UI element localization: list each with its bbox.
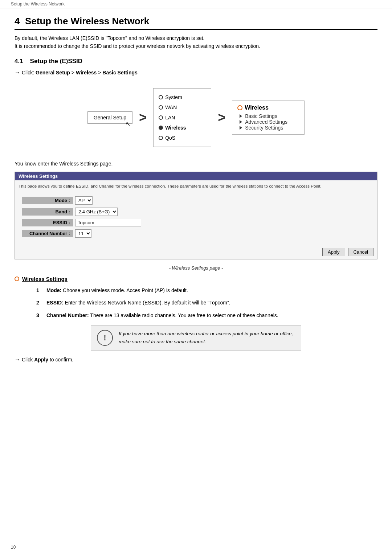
menu-wireless-label: Wireless — [165, 123, 186, 133]
section-label: 4.1 — [15, 58, 23, 65]
wireless-basic-settings[interactable]: Basic Settings — [240, 113, 299, 119]
list-item-3: 3 Channel Number: There are 13 available… — [36, 311, 377, 319]
section-4-1-title: 4.1 Setup the (E)SSID — [15, 58, 377, 65]
essid-row: ESSID : — [22, 219, 370, 226]
menu-qos-label: QoS — [165, 133, 175, 143]
tri-arrow-security — [240, 126, 242, 130]
band-label: Band : — [22, 208, 73, 216]
item-num-3: 3 — [36, 311, 43, 319]
header-text: Setup the Wireless Network — [11, 1, 65, 7]
radio-qos — [159, 136, 163, 140]
ws-radio-icon — [15, 277, 19, 281]
arrow-1: > — [139, 110, 147, 125]
radio-lan — [159, 115, 163, 120]
ws-section-heading: Wireless Settings — [15, 276, 377, 282]
channel-label: Channel Number : — [22, 230, 73, 237]
mode-select[interactable]: AP — [75, 196, 93, 205]
ws-panel-desc: This page allows you to define ESSID, an… — [15, 180, 377, 191]
wireless-security-settings[interactable]: Security Settings — [240, 125, 299, 131]
wireless-radio-icon — [237, 105, 242, 110]
menu-system-label: System — [165, 92, 182, 102]
wireless-submenu: Wireless Basic Settings Advanced Setting… — [232, 101, 305, 135]
menu-item-system: System — [159, 92, 206, 102]
menu-list: System WAN LAN Wireless QoS — [153, 88, 211, 147]
intro-line2: It is recommended to change the SSID and… — [15, 42, 377, 50]
item-text-2: ESSID: Enter the Wireless Network Name (… — [46, 299, 230, 307]
menu-item-wan: WAN — [159, 102, 206, 112]
tri-arrow-basic — [240, 114, 242, 118]
intro-text: By default, the Wireless LAN (E)SSID is … — [15, 34, 377, 50]
general-setup-box: General Setup ↖ — [87, 111, 132, 124]
page-header: Setup the Wireless Network — [0, 0, 392, 8]
ws-actions: Apply Cancel — [15, 246, 377, 259]
apply-button[interactable]: Apply — [322, 248, 345, 256]
advanced-settings-label: Advanced Settings — [245, 119, 287, 125]
click-confirm: → Click Apply to confirm. — [15, 356, 377, 363]
wireless-submenu-title: Wireless — [237, 105, 299, 111]
essid-label: ESSID : — [22, 219, 73, 226]
mode-row: Mode : AP — [22, 196, 370, 205]
item-num-2: 2 — [36, 299, 43, 307]
arrow-char: → — [15, 69, 20, 75]
chapter-number: 4 — [15, 16, 20, 26]
channel-row: Channel Number : 11 — [22, 229, 370, 238]
tri-arrow-advanced — [240, 120, 242, 124]
menu-wan-label: WAN — [165, 102, 177, 112]
item-text-3: Channel Number: There are 13 available r… — [46, 311, 278, 319]
ws-caption: - Wireless Settings page - — [15, 265, 377, 271]
mode-label: Mode : — [22, 197, 73, 204]
cursor-icon: ↖ — [126, 120, 130, 127]
cancel-button[interactable]: Cancel — [348, 248, 373, 256]
radio-wan — [159, 105, 163, 110]
intro-line1: By default, the Wireless LAN (E)SSID is … — [15, 34, 377, 42]
item-text-1: Mode: Choose you wireless mode. Acces Po… — [46, 286, 188, 294]
ws-panel-header: Wireless Settings — [15, 172, 377, 180]
arrow-2: > — [218, 110, 225, 125]
wireless-advanced-settings[interactable]: Advanced Settings — [240, 119, 299, 125]
you-know-text: You know enter the Wireless Settings pag… — [15, 161, 377, 167]
ws-form: Mode : AP Band : 2.4 GHz (B+G) ESSID : — [15, 193, 377, 246]
chapter-title-text: Setup the Wireless Network — [25, 16, 149, 26]
channel-select[interactable]: 11 — [75, 229, 91, 238]
wireless-title-text: Wireless — [245, 105, 269, 111]
section-title-text: Setup the (E)SSID — [30, 58, 83, 65]
menu-item-wireless[interactable]: Wireless — [159, 123, 206, 133]
ws-numbered-list: 1 Mode: Choose you wireless mode. Acces … — [15, 286, 377, 319]
list-item-1: 1 Mode: Choose you wireless mode. Acces … — [36, 286, 377, 294]
essid-input[interactable] — [75, 219, 141, 226]
chapter-title: 4 Setup the Wireless Network — [15, 16, 377, 30]
basic-settings-label: Basic Settings — [245, 113, 277, 119]
arrow-confirm: → — [15, 356, 20, 363]
note-text: If you have more than one wireless route… — [119, 330, 295, 345]
nav-diagram: General Setup ↖ > System WAN LAN Wireles… — [15, 83, 377, 152]
list-item-2: 2 ESSID: Enter the Wireless Network Name… — [36, 299, 377, 307]
main-content: 4 Setup the Wireless Network By default,… — [0, 8, 392, 377]
ws-section-title-text: Wireless Settings — [22, 276, 68, 282]
wireless-settings-panel: Wireless Settings This page allows you t… — [15, 172, 377, 259]
security-settings-label: Security Settings — [245, 125, 283, 131]
item-num-1: 1 — [36, 286, 43, 294]
menu-lan-label: LAN — [165, 112, 175, 123]
menu-item-lan: LAN — [159, 112, 206, 123]
note-box: ! If you have more than one wireless rou… — [91, 325, 301, 351]
radio-system — [159, 95, 163, 99]
radio-wireless — [159, 126, 163, 130]
menu-item-qos: QoS — [159, 133, 206, 143]
arrow-instruction: → Click: General Setup > Wireless > Basi… — [15, 69, 377, 76]
band-select[interactable]: 2.4 GHz (B+G) — [75, 208, 118, 216]
page-number: 10 — [11, 545, 16, 550]
note-icon: ! — [97, 330, 113, 346]
band-row: Band : 2.4 GHz (B+G) — [22, 208, 370, 216]
